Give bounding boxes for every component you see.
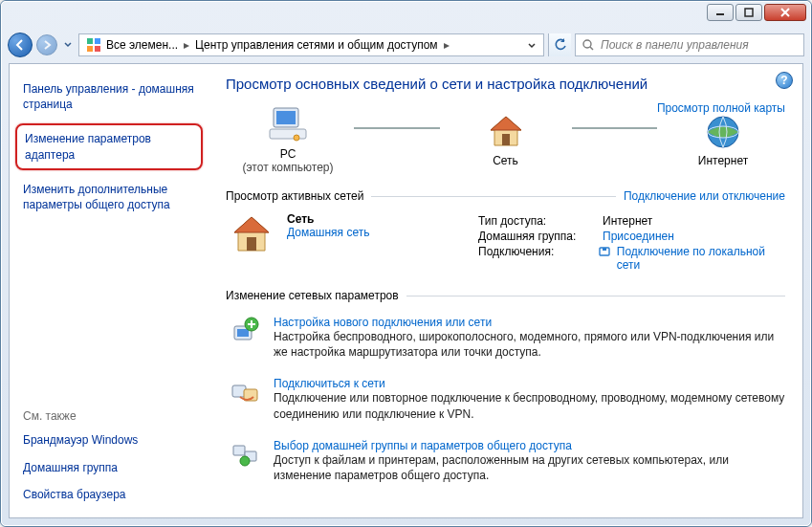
task-item: Подключиться к сети Подключение или повт… (226, 369, 785, 430)
breadcrumb-item[interactable]: Все элемен... (106, 38, 178, 52)
svg-rect-9 (270, 129, 306, 139)
chevron-down-icon (64, 42, 72, 48)
svg-rect-14 (247, 237, 256, 251)
svg-rect-16 (603, 248, 606, 251)
connect-disconnect-link[interactable]: Подключение или отключение (616, 189, 785, 203)
task-title-link[interactable]: Выбор домашней группы и параметров общег… (274, 439, 572, 452)
minimize-icon (715, 9, 725, 16)
homegroup-status-link[interactable]: Присоединен (603, 230, 674, 243)
kv-key: Подключения: (478, 245, 598, 272)
house-icon (230, 212, 274, 274)
svg-rect-18 (237, 329, 249, 337)
forward-arrow-icon (41, 39, 53, 51)
breadcrumb-sep: ▸ (438, 38, 455, 52)
map-connector (354, 127, 440, 129)
task-item: Выбор домашней группы и параметров общег… (226, 431, 785, 493)
sidebar-browser-props-link[interactable]: Свойства браузера (23, 487, 199, 502)
breadcrumb-sep: ▸ (178, 38, 195, 52)
maximize-icon (744, 8, 754, 17)
map-node-label: PC (226, 147, 350, 161)
task-list: Настройка нового подключения или сети На… (226, 308, 785, 493)
connect-network-icon (230, 377, 260, 407)
house-icon (486, 112, 526, 152)
back-arrow-icon (13, 38, 27, 52)
refresh-button[interactable] (548, 33, 571, 56)
address-bar[interactable]: Все элемен... ▸ Центр управления сетями … (78, 33, 544, 56)
sidebar-seealso-heading: См. также (23, 409, 199, 423)
svg-rect-5 (95, 46, 100, 52)
window-frame: Все элемен... ▸ Центр управления сетями … (1, 1, 811, 526)
homegroup-sharing-icon (230, 439, 260, 470)
svg-rect-0 (716, 13, 724, 15)
sidebar-firewall-link[interactable]: Брандмауэр Windows (23, 432, 199, 448)
task-desc: Настройка беспроводного, широкополосного… (274, 329, 785, 360)
svg-rect-2 (87, 38, 93, 44)
help-button[interactable]: ? (776, 72, 793, 89)
section-change-settings: Изменение сетевых параметров (226, 289, 785, 302)
svg-rect-3 (95, 38, 100, 44)
close-button[interactable] (764, 4, 806, 21)
task-desc: Подключение или повторное подключение к … (274, 390, 785, 421)
sidebar-homegroup-link[interactable]: Домашняя группа (23, 460, 199, 475)
back-button[interactable] (8, 33, 33, 57)
search-placeholder: Поиск в панели управления (601, 38, 749, 52)
section-active-networks: Просмотр активных сетей Подключение или … (226, 189, 785, 203)
search-icon (582, 38, 595, 52)
search-box[interactable]: Поиск в панели управления (575, 33, 804, 56)
network-map: Просмотр полной карты PC (этот компьютер… (226, 101, 785, 180)
map-node-label: Интернет (661, 154, 785, 167)
address-dropdown[interactable] (522, 38, 541, 52)
map-node-label: Сеть (444, 154, 568, 167)
toolbar: Все элемен... ▸ Центр управления сетями … (8, 29, 804, 61)
svg-point-24 (240, 456, 250, 466)
sidebar: Панель управления - домашняя страница Из… (10, 64, 208, 517)
sidebar-advanced-sharing-link[interactable]: Изменить дополнительные параметры общего… (23, 182, 199, 212)
network-name: Сеть (287, 212, 369, 226)
svg-point-10 (294, 135, 299, 141)
task-desc: Доступ к файлам и принтерам, расположенн… (274, 452, 785, 483)
kv-key: Тип доступа: (478, 214, 603, 228)
breadcrumb-item[interactable]: Центр управления сетями и общим доступом (195, 38, 438, 52)
connection-link[interactable]: Подключение по локальной сети (617, 245, 785, 272)
new-connection-icon (230, 316, 260, 346)
see-full-map-link[interactable]: Просмотр полной карты (657, 101, 785, 115)
map-node-network[interactable]: Сеть (444, 112, 568, 167)
history-dropdown[interactable] (61, 34, 75, 55)
globe-icon (703, 112, 743, 152)
svg-rect-1 (745, 9, 753, 16)
chevron-down-icon (528, 43, 536, 49)
content-frame: Панель управления - домашняя страница Из… (9, 63, 803, 518)
svg-rect-4 (87, 46, 93, 52)
control-panel-icon (85, 36, 102, 54)
task-item: Настройка нового подключения или сети На… (226, 308, 785, 369)
section-label: Изменение сетевых параметров (226, 289, 406, 302)
kv-value: Интернет (603, 214, 652, 228)
minimize-button[interactable] (707, 4, 734, 21)
map-connector (572, 127, 658, 129)
network-category-link[interactable]: Домашняя сеть (287, 226, 369, 239)
map-node-internet[interactable]: Интернет (661, 112, 785, 167)
title-bar (2, 2, 810, 29)
refresh-icon (554, 38, 567, 52)
network-entry: Сеть Домашняя сеть Тип доступа:Интернет … (226, 209, 785, 279)
sidebar-adapter-settings-link[interactable]: Изменение параметров адаптера (15, 123, 203, 169)
forward-button[interactable] (36, 34, 57, 55)
task-title-link[interactable]: Подключиться к сети (274, 377, 385, 390)
page-title: Просмотр основных сведений о сети и наст… (226, 76, 785, 92)
svg-rect-8 (276, 111, 296, 124)
svg-rect-22 (233, 446, 245, 455)
map-node-caption: (этот компьютер) (226, 161, 350, 174)
svg-point-6 (583, 40, 591, 48)
maximize-button[interactable] (735, 4, 762, 21)
svg-rect-11 (502, 134, 510, 145)
task-title-link[interactable]: Настройка нового подключения или сети (274, 316, 492, 329)
section-label: Просмотр активных сетей (226, 189, 371, 203)
kv-key: Домашняя группа: (478, 230, 603, 243)
map-node-computer[interactable]: PC (этот компьютер) (226, 105, 350, 174)
ethernet-icon (598, 245, 610, 258)
computer-icon (268, 105, 308, 145)
sidebar-home-link[interactable]: Панель управления - домашняя страница (23, 81, 199, 112)
close-icon (779, 8, 791, 17)
main-panel: ? Просмотр основных сведений о сети и на… (208, 64, 802, 517)
